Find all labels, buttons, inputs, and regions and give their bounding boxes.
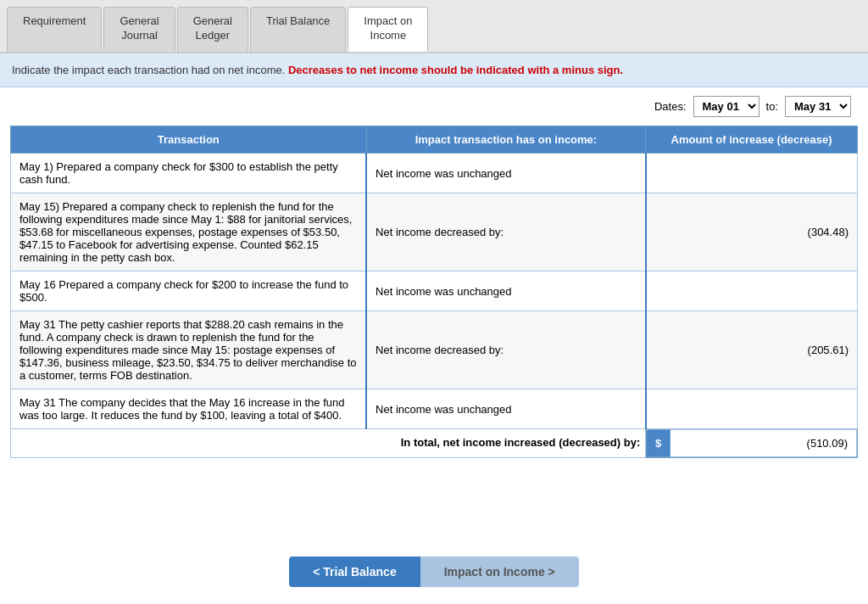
total-dollar-sign: $: [647, 430, 670, 457]
nav-buttons: < Trial Balance Impact on Income >: [0, 543, 868, 604]
transaction-3: May 16 Prepared a company check for $200…: [11, 271, 367, 311]
impact-2: Net income decreased by:: [366, 193, 646, 271]
date-filter: Dates: May 01 to: May 31: [0, 87, 868, 126]
impact-4: Net income decreased by:: [366, 311, 646, 389]
impact-5: Net income was unchanged: [366, 389, 646, 429]
amount-4: (205.61): [646, 311, 858, 389]
tab-trial-balance[interactable]: Trial Balance: [250, 7, 346, 52]
dates-label: Dates:: [654, 100, 687, 113]
prev-button[interactable]: < Trial Balance: [289, 556, 420, 587]
tab-general-ledger[interactable]: General Ledger: [177, 7, 248, 52]
tab-general-journal[interactable]: General Journal: [103, 7, 175, 52]
next-button[interactable]: Impact on Income >: [420, 556, 579, 587]
col-header-amount: Amount of increase (decrease): [646, 126, 858, 154]
table-row: May 16 Prepared a company check for $200…: [11, 271, 858, 311]
from-date-select[interactable]: May 01: [693, 96, 760, 117]
col-header-impact: Impact transaction has on income:: [366, 126, 646, 154]
col-header-transaction: Transaction: [11, 126, 367, 154]
amount-1: [646, 154, 858, 193]
impact-3: Net income was unchanged: [366, 271, 646, 311]
amount-5: [646, 389, 858, 429]
total-label: In total, net income increased (decrease…: [11, 429, 646, 458]
table-row: May 31 The petty cashier reports that $2…: [11, 311, 858, 389]
to-date-select[interactable]: May 31: [785, 96, 851, 117]
total-value: (510.09): [670, 430, 857, 457]
transactions-table: Transaction Impact transaction has on in…: [10, 126, 858, 458]
instruction-red: Decreases to net income should be indica…: [288, 64, 623, 76]
table-row: May 15) Prepared a company check to repl…: [11, 193, 858, 271]
instruction-bar: Indicate the impact each transaction had…: [0, 53, 868, 88]
to-label: to:: [766, 100, 778, 113]
table-row: May 1) Prepared a company check for $300…: [11, 154, 858, 193]
transaction-4: May 31 The petty cashier reports that $2…: [11, 311, 367, 389]
tab-requirement[interactable]: Requirement: [7, 7, 102, 52]
amount-3: [646, 271, 858, 311]
main-content: Transaction Impact transaction has on in…: [0, 126, 868, 543]
amount-2: (304.48): [646, 193, 858, 271]
total-row: In total, net income increased (decrease…: [11, 429, 858, 458]
tab-bar: Requirement General Journal General Ledg…: [0, 0, 868, 53]
table-row: May 31 The company decides that the May …: [11, 389, 858, 429]
transaction-1: May 1) Prepared a company check for $300…: [11, 154, 367, 193]
impact-1: Net income was unchanged: [366, 154, 646, 193]
instruction-normal: Indicate the impact each transaction had…: [12, 64, 285, 76]
transaction-2: May 15) Prepared a company check to repl…: [11, 193, 367, 271]
transaction-5: May 31 The company decides that the May …: [11, 389, 367, 429]
tab-impact-income[interactable]: Impact on Income: [348, 7, 428, 52]
